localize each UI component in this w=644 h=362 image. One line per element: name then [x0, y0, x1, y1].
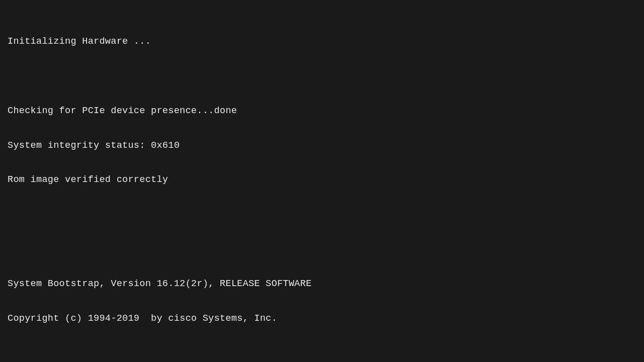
copyright-line: Copyright (c) 1994-2019 by cisco Systems… — [8, 313, 636, 325]
blank-line — [8, 244, 636, 255]
integrity-line: System integrity status: 0x610 — [8, 140, 636, 152]
blank-line — [8, 71, 636, 82]
terminal-output[interactable]: Initializing Hardware ... Checking for P… — [0, 0, 644, 362]
blank-line — [8, 209, 636, 221]
rom-verify-line: Rom image verified correctly — [8, 174, 636, 186]
bootstrap-line: System Bootstrap, Version 16.12(2r), REL… — [8, 279, 636, 290]
boot-init-line: Initializing Hardware ... — [8, 36, 636, 48]
pcie-line: Checking for PCIe device presence...done — [8, 106, 636, 117]
blank-line — [8, 348, 636, 359]
